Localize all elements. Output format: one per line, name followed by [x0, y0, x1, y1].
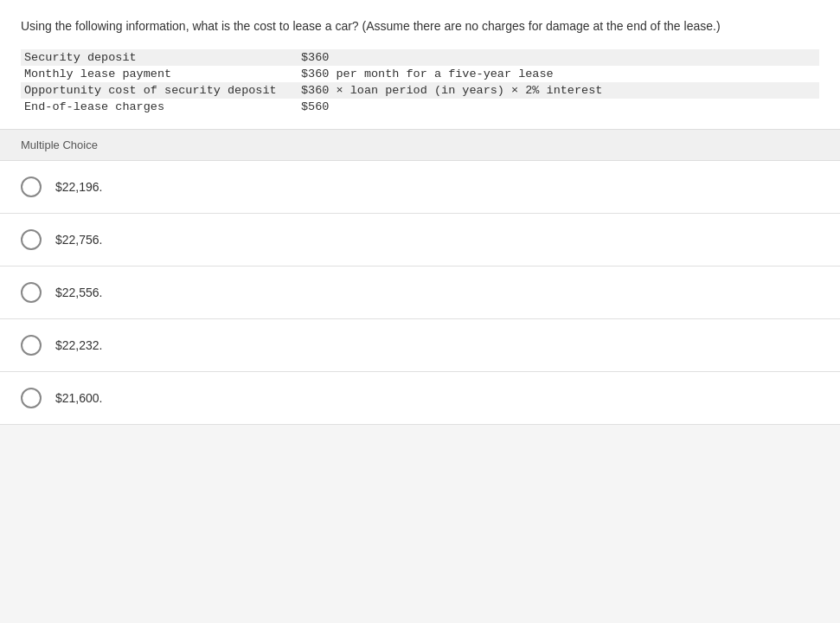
options-container: $22,196.$22,756.$22,556.$22,232.$21,600. [0, 161, 840, 425]
option-row[interactable]: $21,600. [0, 372, 840, 425]
info-row-value: $360 per month for a five-year lease [298, 66, 819, 82]
info-row-value: $360 [298, 49, 819, 66]
option-row[interactable]: $22,232. [0, 319, 840, 372]
info-table: Security deposit$360Monthly lease paymen… [21, 49, 819, 115]
option-text: $22,196. [55, 180, 103, 194]
info-row-label: End-of-lease charges [21, 99, 298, 115]
question-text: Using the following information, what is… [21, 17, 819, 35]
radio-button[interactable] [21, 335, 42, 356]
option-text: $22,556. [55, 286, 103, 299]
multiple-choice-label: Multiple Choice [0, 130, 840, 161]
option-text: $22,232. [55, 338, 103, 352]
radio-button[interactable] [21, 388, 42, 408]
info-row-value: $360 × loan period (in years) × 2% inter… [298, 82, 819, 99]
info-row-value: $560 [298, 99, 819, 115]
radio-button[interactable] [21, 177, 42, 197]
option-text: $21,600. [55, 391, 103, 405]
option-row[interactable]: $22,756. [0, 214, 840, 267]
radio-button[interactable] [21, 282, 42, 303]
radio-button[interactable] [21, 229, 42, 250]
option-row[interactable]: $22,196. [0, 161, 840, 214]
info-row-label: Opportunity cost of security deposit [21, 82, 298, 99]
question-area: Using the following information, what is… [0, 0, 840, 130]
option-text: $22,756. [55, 233, 103, 247]
info-row-label: Monthly lease payment [21, 66, 298, 82]
option-row[interactable]: $22,556. [0, 267, 840, 319]
info-row-label: Security deposit [21, 49, 298, 66]
